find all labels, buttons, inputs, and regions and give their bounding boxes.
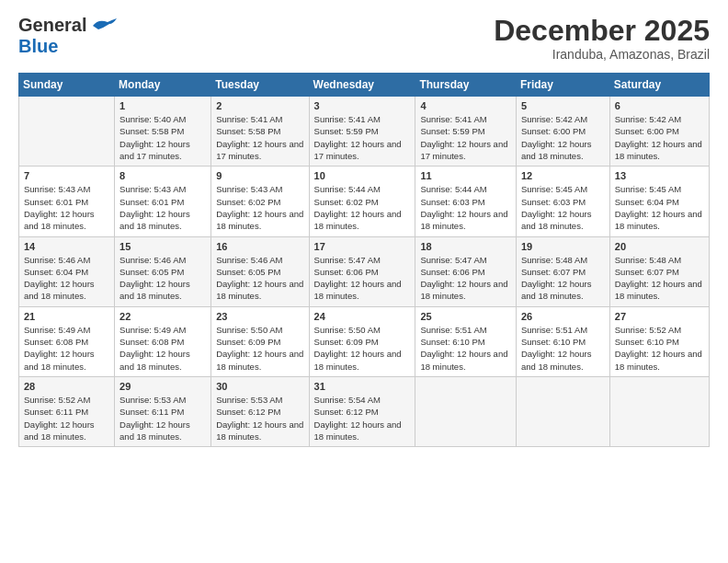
day-number: 23 bbox=[216, 311, 303, 322]
day-info: Sunrise: 5:43 AMSunset: 6:02 PMDaylight:… bbox=[216, 183, 303, 232]
cell-week5-day5 bbox=[415, 376, 517, 446]
cell-week5-day3: 30Sunrise: 5:53 AMSunset: 6:12 PMDayligh… bbox=[211, 376, 309, 446]
day-info: Sunrise: 5:46 AMSunset: 6:04 PMDaylight:… bbox=[24, 254, 109, 303]
location: Iranduba, Amazonas, Brazil bbox=[494, 47, 710, 62]
cell-week1-day1 bbox=[19, 97, 115, 167]
day-number: 7 bbox=[24, 170, 109, 181]
day-number: 2 bbox=[216, 100, 303, 111]
cell-week1-day3: 2Sunrise: 5:41 AMSunset: 5:58 PMDaylight… bbox=[211, 97, 309, 167]
cell-week2-day2: 8Sunrise: 5:43 AMSunset: 6:01 PMDaylight… bbox=[115, 167, 211, 236]
cell-week3-day2: 15Sunrise: 5:46 AMSunset: 6:05 PMDayligh… bbox=[115, 236, 211, 306]
cell-week4-day5: 25Sunrise: 5:51 AMSunset: 6:10 PMDayligh… bbox=[415, 306, 517, 376]
cell-week2-day4: 10Sunrise: 5:44 AMSunset: 6:02 PMDayligh… bbox=[309, 167, 415, 236]
day-info: Sunrise: 5:44 AMSunset: 6:02 PMDaylight:… bbox=[314, 183, 411, 232]
day-info: Sunrise: 5:51 AMSunset: 6:10 PMDaylight:… bbox=[420, 324, 511, 373]
day-info: Sunrise: 5:45 AMSunset: 6:03 PMDaylight:… bbox=[521, 183, 605, 232]
day-info: Sunrise: 5:53 AMSunset: 6:12 PMDaylight:… bbox=[216, 394, 303, 442]
day-info: Sunrise: 5:49 AMSunset: 6:08 PMDaylight:… bbox=[119, 324, 206, 373]
title-block: December 2025 Iranduba, Amazonas, Brazil bbox=[494, 15, 710, 62]
day-number: 1 bbox=[119, 100, 206, 111]
logo-blue: Blue bbox=[18, 36, 58, 56]
day-number: 24 bbox=[314, 311, 411, 322]
day-number: 18 bbox=[420, 241, 511, 252]
header-friday: Friday bbox=[516, 74, 609, 97]
day-info: Sunrise: 5:42 AMSunset: 6:00 PMDaylight:… bbox=[521, 113, 605, 162]
day-number: 11 bbox=[420, 170, 511, 181]
day-info: Sunrise: 5:43 AMSunset: 6:01 PMDaylight:… bbox=[24, 183, 109, 232]
day-info: Sunrise: 5:50 AMSunset: 6:09 PMDaylight:… bbox=[216, 324, 303, 373]
calendar-table: Sunday Monday Tuesday Wednesday Thursday… bbox=[18, 73, 710, 447]
day-number: 13 bbox=[615, 170, 704, 181]
day-number: 3 bbox=[314, 100, 411, 111]
header-wednesday: Wednesday bbox=[309, 74, 415, 97]
day-number: 15 bbox=[119, 241, 206, 252]
day-number: 28 bbox=[24, 381, 109, 392]
day-info: Sunrise: 5:50 AMSunset: 6:09 PMDaylight:… bbox=[314, 324, 411, 373]
header-thursday: Thursday bbox=[415, 74, 517, 97]
header-tuesday: Tuesday bbox=[211, 74, 309, 97]
day-info: Sunrise: 5:45 AMSunset: 6:04 PMDaylight:… bbox=[615, 183, 704, 232]
day-info: Sunrise: 5:42 AMSunset: 6:00 PMDaylight:… bbox=[615, 113, 704, 162]
cell-week4-day7: 27Sunrise: 5:52 AMSunset: 6:10 PMDayligh… bbox=[609, 306, 709, 376]
cell-week3-day6: 19Sunrise: 5:48 AMSunset: 6:07 PMDayligh… bbox=[516, 236, 609, 306]
day-number: 17 bbox=[314, 241, 411, 252]
cell-week3-day7: 20Sunrise: 5:48 AMSunset: 6:07 PMDayligh… bbox=[609, 236, 709, 306]
cell-week2-day3: 9Sunrise: 5:43 AMSunset: 6:02 PMDaylight… bbox=[211, 167, 309, 236]
cell-week4-day6: 26Sunrise: 5:51 AMSunset: 6:10 PMDayligh… bbox=[516, 306, 609, 376]
cell-week3-day1: 14Sunrise: 5:46 AMSunset: 6:04 PMDayligh… bbox=[19, 236, 115, 306]
day-number: 6 bbox=[615, 100, 704, 111]
week-row-4: 21Sunrise: 5:49 AMSunset: 6:08 PMDayligh… bbox=[19, 306, 710, 376]
header-sunday: Sunday bbox=[19, 74, 115, 97]
day-info: Sunrise: 5:41 AMSunset: 5:59 PMDaylight:… bbox=[314, 113, 411, 162]
day-info: Sunrise: 5:52 AMSunset: 6:11 PMDaylight:… bbox=[24, 394, 109, 442]
calendar-header-row: Sunday Monday Tuesday Wednesday Thursday… bbox=[19, 74, 710, 97]
day-info: Sunrise: 5:54 AMSunset: 6:12 PMDaylight:… bbox=[314, 394, 411, 442]
day-info: Sunrise: 5:40 AMSunset: 5:58 PMDaylight:… bbox=[119, 113, 206, 162]
cell-week5-day7 bbox=[609, 376, 709, 446]
day-number: 5 bbox=[521, 100, 605, 111]
day-info: Sunrise: 5:44 AMSunset: 6:03 PMDaylight:… bbox=[420, 183, 511, 232]
cell-week5-day1: 28Sunrise: 5:52 AMSunset: 6:11 PMDayligh… bbox=[19, 376, 115, 446]
cell-week3-day4: 17Sunrise: 5:47 AMSunset: 6:06 PMDayligh… bbox=[309, 236, 415, 306]
day-number: 26 bbox=[521, 311, 605, 322]
day-number: 14 bbox=[24, 241, 109, 252]
cell-week1-day7: 6Sunrise: 5:42 AMSunset: 6:00 PMDaylight… bbox=[609, 97, 709, 167]
cell-week2-day6: 12Sunrise: 5:45 AMSunset: 6:03 PMDayligh… bbox=[516, 167, 609, 236]
day-number: 20 bbox=[615, 241, 704, 252]
cell-week4-day2: 22Sunrise: 5:49 AMSunset: 6:08 PMDayligh… bbox=[115, 306, 211, 376]
cell-week2-day1: 7Sunrise: 5:43 AMSunset: 6:01 PMDaylight… bbox=[19, 167, 115, 236]
day-info: Sunrise: 5:47 AMSunset: 6:06 PMDaylight:… bbox=[420, 254, 511, 303]
cell-week3-day3: 16Sunrise: 5:46 AMSunset: 6:05 PMDayligh… bbox=[211, 236, 309, 306]
day-info: Sunrise: 5:48 AMSunset: 6:07 PMDaylight:… bbox=[521, 254, 605, 303]
day-info: Sunrise: 5:48 AMSunset: 6:07 PMDaylight:… bbox=[615, 254, 704, 303]
day-info: Sunrise: 5:46 AMSunset: 6:05 PMDaylight:… bbox=[216, 254, 303, 303]
day-info: Sunrise: 5:52 AMSunset: 6:10 PMDaylight:… bbox=[615, 324, 704, 373]
day-info: Sunrise: 5:53 AMSunset: 6:11 PMDaylight:… bbox=[119, 394, 206, 442]
cell-week2-day7: 13Sunrise: 5:45 AMSunset: 6:04 PMDayligh… bbox=[609, 167, 709, 236]
week-row-1: 1Sunrise: 5:40 AMSunset: 5:58 PMDaylight… bbox=[19, 97, 710, 167]
day-number: 16 bbox=[216, 241, 303, 252]
cell-week4-day1: 21Sunrise: 5:49 AMSunset: 6:08 PMDayligh… bbox=[19, 306, 115, 376]
cell-week1-day2: 1Sunrise: 5:40 AMSunset: 5:58 PMDaylight… bbox=[115, 97, 211, 167]
cell-week1-day4: 3Sunrise: 5:41 AMSunset: 5:59 PMDaylight… bbox=[309, 97, 415, 167]
day-number: 25 bbox=[420, 311, 511, 322]
day-number: 22 bbox=[119, 311, 206, 322]
week-row-2: 7Sunrise: 5:43 AMSunset: 6:01 PMDaylight… bbox=[19, 167, 710, 236]
cell-week4-day4: 24Sunrise: 5:50 AMSunset: 6:09 PMDayligh… bbox=[309, 306, 415, 376]
day-number: 4 bbox=[420, 100, 511, 111]
logo-bird-icon bbox=[91, 17, 119, 35]
header-saturday: Saturday bbox=[609, 74, 709, 97]
logo: General Blue bbox=[18, 15, 119, 57]
week-row-3: 14Sunrise: 5:46 AMSunset: 6:04 PMDayligh… bbox=[19, 236, 710, 306]
day-number: 19 bbox=[521, 241, 605, 252]
cell-week1-day6: 5Sunrise: 5:42 AMSunset: 6:00 PMDaylight… bbox=[516, 97, 609, 167]
cell-week1-day5: 4Sunrise: 5:41 AMSunset: 5:59 PMDaylight… bbox=[415, 97, 517, 167]
day-number: 10 bbox=[314, 170, 411, 181]
logo-general: General bbox=[18, 15, 86, 36]
day-info: Sunrise: 5:43 AMSunset: 6:01 PMDaylight:… bbox=[119, 183, 206, 232]
day-number: 27 bbox=[615, 311, 704, 322]
cell-week5-day2: 29Sunrise: 5:53 AMSunset: 6:11 PMDayligh… bbox=[115, 376, 211, 446]
day-info: Sunrise: 5:47 AMSunset: 6:06 PMDaylight:… bbox=[314, 254, 411, 303]
cell-week3-day5: 18Sunrise: 5:47 AMSunset: 6:06 PMDayligh… bbox=[415, 236, 517, 306]
day-number: 29 bbox=[119, 381, 206, 392]
